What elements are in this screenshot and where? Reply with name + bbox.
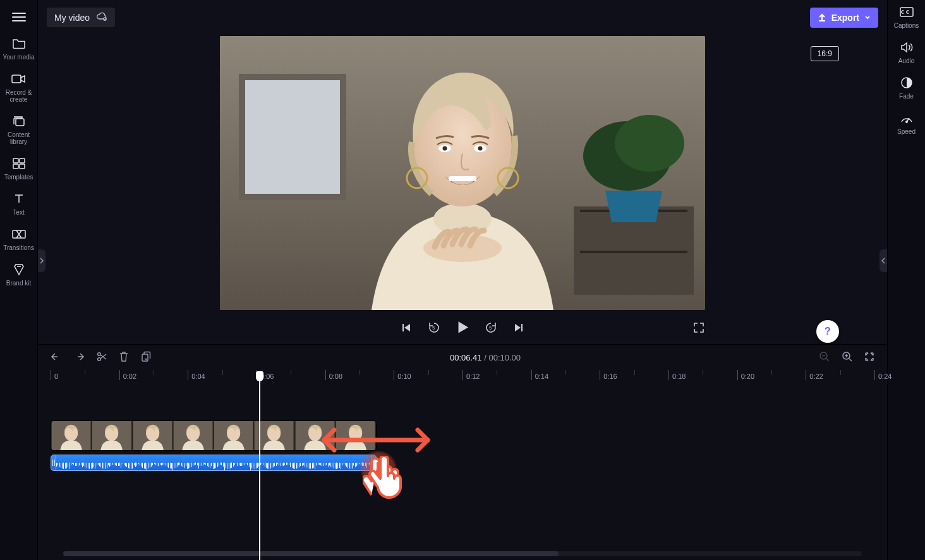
split-scissors-icon[interactable] xyxy=(96,351,107,364)
video-clip[interactable] xyxy=(51,420,377,451)
timeline-panel: 00:06.41 / 00:10.00 00:020:040:060:080:1… xyxy=(38,344,887,560)
sidebar-item-transitions[interactable]: Transitions xyxy=(0,227,37,251)
right-sidebar: Captions Audio Fade Speed xyxy=(887,0,925,560)
sidebar-item-label: Content library xyxy=(0,131,37,145)
svg-point-15 xyxy=(615,115,684,172)
timeline-tracks[interactable]: (Audio) My video (8) xyxy=(51,405,874,560)
export-button[interactable]: Export xyxy=(810,8,878,28)
playback-controls: 5 5 xyxy=(220,318,705,340)
help-fab-button[interactable]: ? xyxy=(816,320,839,343)
export-label: Export xyxy=(831,13,859,23)
top-bar: My video Export xyxy=(38,0,887,35)
brand-kit-icon xyxy=(11,263,27,277)
zoom-fit-icon[interactable] xyxy=(864,352,874,364)
sidebar-item-captions[interactable]: Captions xyxy=(888,5,925,29)
delete-trash-icon[interactable] xyxy=(119,351,129,364)
folder-icon xyxy=(11,37,27,51)
left-sidebar: Your media Record & create Content libra… xyxy=(0,0,38,560)
fade-icon xyxy=(898,76,915,90)
video-preview[interactable] xyxy=(220,36,705,310)
sidebar-item-label: Your media xyxy=(3,54,34,61)
expand-right-panel-handle[interactable] xyxy=(880,249,887,272)
sidebar-item-label: Templates xyxy=(4,174,33,181)
sidebar-item-label: Audio xyxy=(898,57,915,64)
svg-point-51 xyxy=(905,121,907,122)
preview-stage-wrap: 16:9 xyxy=(38,35,887,344)
library-icon xyxy=(11,114,27,128)
skip-end-icon[interactable] xyxy=(513,321,526,337)
project-title-chip[interactable]: My video xyxy=(47,8,115,27)
chevron-down-icon xyxy=(864,15,871,21)
sidebar-item-label: Fade xyxy=(899,93,914,100)
timeline-toolbar: 00:06.41 / 00:10.00 xyxy=(38,345,887,370)
duplicate-clip-icon[interactable] xyxy=(140,351,152,364)
sidebar-item-templates[interactable]: Templates xyxy=(0,157,37,181)
play-icon[interactable] xyxy=(454,319,471,338)
timecode-current: 00:06.41 xyxy=(450,353,482,362)
svg-point-29 xyxy=(98,357,101,360)
timecode-total: 00:10.00 xyxy=(488,353,521,362)
help-label: ? xyxy=(825,326,831,337)
sidebar-item-label: Speed xyxy=(897,128,916,135)
svg-rect-0 xyxy=(12,75,21,83)
rewind-5-icon[interactable]: 5 xyxy=(427,321,441,337)
sidebar-item-text[interactable]: Text xyxy=(0,192,37,216)
svg-rect-30 xyxy=(142,354,148,361)
svg-text:5: 5 xyxy=(432,326,435,330)
menu-hamburger-icon[interactable] xyxy=(12,10,26,24)
timecode-sep: / xyxy=(482,353,489,362)
sidebar-item-speed[interactable]: Speed xyxy=(888,111,925,135)
sidebar-item-audio[interactable]: Audio xyxy=(888,40,925,64)
audio-clip-trim-end[interactable] xyxy=(371,455,376,470)
timeline-h-scrollbar[interactable] xyxy=(63,551,862,556)
aspect-ratio-label: 16:9 xyxy=(818,49,832,58)
svg-rect-5 xyxy=(20,164,25,169)
sidebar-item-label: Record & create xyxy=(0,89,37,103)
sidebar-item-brand-kit[interactable]: Brand kit xyxy=(0,263,37,287)
sidebar-item-label: Transitions xyxy=(3,244,34,251)
timecode-display: 00:06.41 / 00:10.00 xyxy=(163,353,807,362)
svg-point-23 xyxy=(478,146,483,151)
sidebar-item-your-media[interactable]: Your media xyxy=(0,37,37,61)
sidebar-item-fade[interactable]: Fade xyxy=(888,76,925,100)
timeline-ruler[interactable]: 00:020:040:060:080:100:120:140:160:180:2… xyxy=(51,370,874,388)
skip-start-icon[interactable] xyxy=(399,321,412,337)
speaker-icon xyxy=(898,40,915,54)
svg-rect-3 xyxy=(20,158,25,163)
sidebar-item-label: Brand kit xyxy=(6,280,31,287)
sidebar-item-label: Captions xyxy=(894,22,919,29)
main-column: My video Export 16:9 xyxy=(38,0,887,560)
svg-rect-24 xyxy=(449,176,476,181)
zoom-out-icon[interactable] xyxy=(819,351,830,364)
sidebar-item-content-library[interactable]: Content library xyxy=(0,114,37,145)
transitions-icon xyxy=(11,227,27,241)
sidebar-item-label: Text xyxy=(13,209,24,216)
fullscreen-icon[interactable] xyxy=(692,321,705,337)
cloud-sync-icon xyxy=(96,12,107,23)
svg-rect-10 xyxy=(245,80,340,194)
sidebar-item-record-create[interactable]: Record & create xyxy=(0,72,37,103)
svg-text:5: 5 xyxy=(489,326,492,330)
svg-rect-1 xyxy=(16,119,24,126)
svg-rect-2 xyxy=(13,158,18,163)
forward-5-icon[interactable]: 5 xyxy=(484,321,498,337)
svg-rect-13 xyxy=(580,251,687,253)
upload-icon xyxy=(818,13,826,22)
camcorder-icon xyxy=(11,72,27,86)
redo-icon[interactable] xyxy=(73,352,85,364)
captions-icon xyxy=(898,5,915,19)
text-icon xyxy=(11,192,27,206)
project-title: My video xyxy=(54,13,90,23)
audio-waveform xyxy=(51,455,376,470)
zoom-in-icon[interactable] xyxy=(842,351,853,364)
svg-point-28 xyxy=(98,352,101,355)
svg-rect-4 xyxy=(13,164,18,169)
aspect-ratio-button[interactable]: 16:9 xyxy=(811,46,839,61)
undo-icon[interactable] xyxy=(51,352,62,364)
speedometer-icon xyxy=(898,111,915,125)
templates-icon xyxy=(11,157,27,170)
audio-clip[interactable]: (Audio) My video (8) xyxy=(51,455,377,471)
svg-point-22 xyxy=(443,146,447,151)
